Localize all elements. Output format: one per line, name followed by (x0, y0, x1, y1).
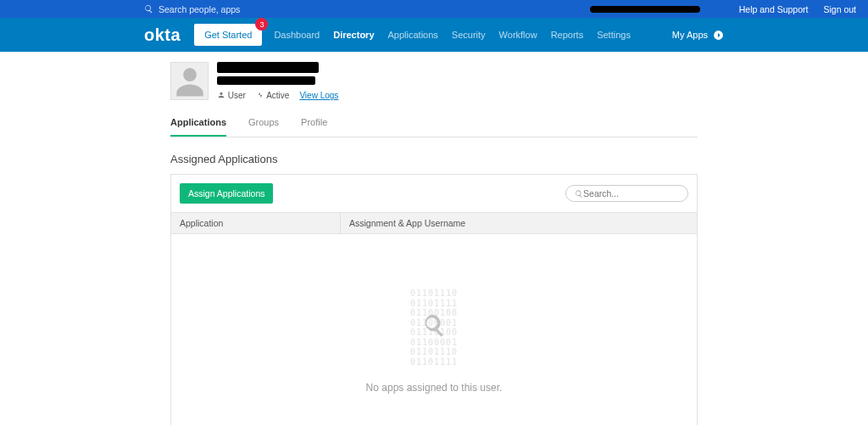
global-search[interactable]: Search people, apps (144, 4, 240, 14)
signout-link[interactable]: Sign out (823, 4, 856, 14)
assigned-applications-panel: Assign Applications Application Assignme… (170, 174, 698, 425)
section-title: Assigned Applications (170, 153, 698, 165)
org-name-redacted (590, 6, 700, 13)
my-apps-link[interactable]: My Apps (672, 30, 724, 41)
tab-groups[interactable]: Groups (248, 117, 279, 137)
user-status-chip: Active (256, 91, 289, 100)
help-link[interactable]: Help and Support (739, 4, 809, 14)
get-started-button[interactable]: Get Started 3 (194, 24, 262, 46)
tab-applications[interactable]: Applications (170, 117, 226, 137)
panel-search-input[interactable] (583, 188, 679, 199)
col-assignment: Assignment & App Username (341, 213, 697, 233)
col-application: Application (171, 213, 341, 233)
nav-directory[interactable]: Directory (333, 30, 374, 40)
magnifier-icon (421, 312, 447, 340)
person-icon (172, 64, 208, 99)
person-small-icon (217, 91, 225, 99)
binary-pattern: 0110111001101111011001000110000101110100… (410, 288, 458, 366)
nav-reports[interactable]: Reports (551, 30, 584, 40)
table-header: Application Assignment & App Username (171, 212, 697, 234)
nav-security[interactable]: Security (452, 30, 486, 40)
utility-topbar: Search people, apps Help and Support Sig… (0, 0, 868, 18)
user-meta: User Active View Logs (217, 91, 338, 100)
view-logs-link[interactable]: View Logs (299, 91, 338, 100)
main-navbar: okta Get Started 3 Dashboard Directory A… (0, 18, 868, 52)
activity-icon (256, 91, 264, 99)
user-name-redacted (217, 62, 319, 73)
get-started-label: Get Started (204, 30, 252, 40)
notification-badge: 3 (255, 18, 268, 31)
assign-applications-button[interactable]: Assign Applications (180, 183, 273, 204)
empty-state: 0110111001101111011001000110000101110100… (171, 234, 697, 425)
arrow-right-circle-icon (713, 30, 724, 41)
tab-profile[interactable]: Profile (301, 117, 327, 137)
user-email-redacted (217, 76, 315, 85)
my-apps-label: My Apps (672, 30, 708, 40)
primary-nav: Dashboard Directory Applications Securit… (274, 30, 631, 40)
search-icon (144, 4, 153, 14)
user-type-chip: User (217, 91, 246, 100)
nav-settings[interactable]: Settings (597, 30, 631, 40)
nav-applications[interactable]: Applications (388, 30, 438, 40)
nav-workflow[interactable]: Workflow (499, 30, 537, 40)
global-search-placeholder: Search people, apps (159, 4, 240, 14)
nav-dashboard[interactable]: Dashboard (274, 30, 320, 40)
user-profile-header: User Active View Logs (170, 62, 698, 109)
logo[interactable]: okta (144, 25, 181, 45)
empty-message: No apps assigned to this user. (171, 382, 697, 394)
panel-search[interactable] (565, 185, 688, 202)
avatar (170, 62, 209, 100)
user-detail-tabs: Applications Groups Profile (170, 109, 698, 137)
search-icon (575, 189, 583, 199)
